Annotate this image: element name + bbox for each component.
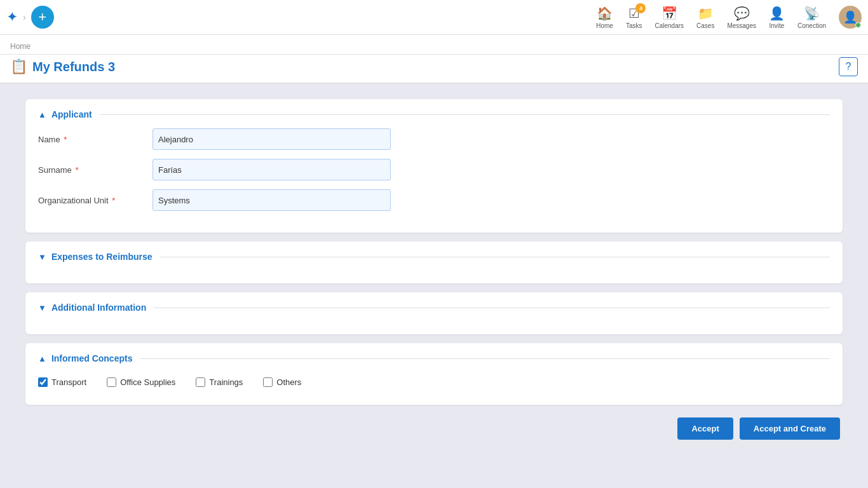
name-required: * [64,135,67,144]
additional-section: ▼ Additional Information [25,292,843,334]
nav-connection-label: Conection [797,22,826,29]
accept-and-create-button[interactable]: Accept and Create [740,417,840,440]
office-supplies-checkbox-item[interactable]: Office Supplies [107,377,175,387]
office-supplies-label: Office Supplies [120,377,175,387]
nav-item-home[interactable]: 🏠 Home [596,6,613,29]
nav-invite-label: Invite [770,22,785,29]
informed-concepts-section: ▲ Informed Concepts Transport Office Sup… [25,343,843,405]
surname-required: * [75,165,78,175]
logo-icon: ✦ [6,9,18,25]
tasks-badge: 4 [635,3,646,13]
applicant-toggle[interactable]: ▲ [38,110,46,119]
transport-checkbox[interactable] [38,377,48,387]
org-unit-required: * [112,196,115,205]
informed-concepts-divider [140,358,830,359]
nav-cases-label: Cases [696,22,714,29]
nav-item-calendars[interactable]: 📅 Calendars [654,6,684,29]
checkbox-row: Transport Office Supplies Trainings Othe… [38,372,830,392]
nav-item-invite[interactable]: 👤 Invite [769,6,785,29]
expenses-divider [160,257,830,257]
page-title-text: My Refunds 3 [32,60,115,74]
informed-concepts-toggle[interactable]: ▲ [38,354,46,363]
trainings-checkbox[interactable] [196,377,205,387]
expenses-title: Expenses to Reimburse [51,252,153,262]
nav-item-connection[interactable]: 📡 Conection [797,6,826,29]
others-checkbox[interactable] [263,377,273,387]
nav-calendars-label: Calendars [654,22,684,29]
nav-left: ✦ › + [6,6,54,29]
page-title-bar: 📋 My Refunds 3 ? [0,55,868,84]
breadcrumb-bar: Home [0,35,868,55]
surname-row: Surname * [38,159,830,180]
bottom-actions: Accept Accept and Create [25,417,843,440]
accept-button[interactable]: Accept [677,417,733,440]
name-label: Name * [38,135,153,144]
nav-item-messages[interactable]: 💬 Messages [727,6,756,29]
add-button[interactable]: + [31,6,54,29]
nav-item-cases[interactable]: 📁 Cases [696,6,714,29]
informed-concepts-title: Informed Concepts [51,353,133,363]
surname-input[interactable] [153,159,391,180]
surname-label: Surname * [38,165,153,175]
expenses-section: ▼ Expenses to Reimburse [25,241,843,283]
help-button[interactable]: ? [839,57,858,76]
cases-icon: 📁 [698,6,714,21]
name-input[interactable] [153,128,391,150]
name-row: Name * [38,128,830,150]
breadcrumb: Home [10,42,31,51]
main-content: ▲ Applicant Name * Surname * [0,84,868,488]
nav-messages-label: Messages [727,22,756,29]
additional-title: Additional Information [51,302,146,313]
informed-concepts-header: ▲ Informed Concepts [38,353,830,363]
transport-label: Transport [51,377,86,387]
office-supplies-checkbox[interactable] [107,377,116,387]
nav-right: 🏠 Home ☑ 4 Tasks 📅 Calendars 📁 Cases 💬 M… [596,6,862,29]
others-label: Others [276,377,301,387]
trainings-checkbox-item[interactable]: Trainings [196,377,243,387]
nav-tasks-label: Tasks [626,22,642,29]
page-title-icon: 📋 [10,58,27,75]
transport-checkbox-item[interactable]: Transport [38,377,86,387]
org-unit-row: Organizational Unit * [38,189,830,211]
others-checkbox-item[interactable]: Others [263,377,301,387]
messages-icon: 💬 [734,6,750,21]
applicant-section: ▲ Applicant Name * Surname * [25,99,843,233]
additional-divider [154,308,830,308]
trainings-label: Trainings [209,377,243,387]
nav-breadcrumb-arrow: › [23,12,26,22]
org-unit-input[interactable] [153,189,391,211]
invite-icon: 👤 [769,6,785,21]
top-navigation: ✦ › + 🏠 Home ☑ 4 Tasks 📅 Calendars 📁 Cas… [0,0,868,35]
user-avatar[interactable]: 👤 [839,6,862,29]
calendars-icon: 📅 [661,6,677,21]
applicant-section-header: ▲ Applicant [38,109,830,119]
home-icon: 🏠 [597,6,613,21]
page-title: 📋 My Refunds 3 [10,58,115,75]
applicant-divider [100,114,830,115]
expenses-toggle[interactable]: ▼ [38,252,46,262]
nav-item-tasks[interactable]: ☑ 4 Tasks [626,6,642,29]
applicant-fields: Name * Surname * Organizational Unit * [38,128,830,211]
online-status-indicator [855,22,861,28]
additional-toggle[interactable]: ▼ [38,303,46,313]
expenses-section-header: ▼ Expenses to Reimburse [38,252,830,262]
org-unit-label: Organizational Unit * [38,196,153,205]
nav-home-label: Home [596,22,613,29]
connection-icon: 📡 [804,6,820,21]
additional-section-header: ▼ Additional Information [38,302,830,313]
applicant-title: Applicant [51,109,92,119]
